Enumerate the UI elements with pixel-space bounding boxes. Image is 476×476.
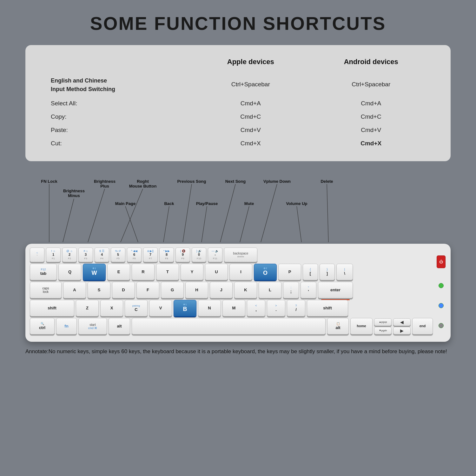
arrow-cluster: ▲pgup ▼pgdn <box>374 318 392 334</box>
key-2[interactable]: @ ☼ 2 F2 <box>62 248 77 262</box>
svg-text:Vplume Down: Vplume Down <box>263 179 291 184</box>
key-v[interactable]: V <box>149 300 172 316</box>
key-y[interactable]: Y <box>181 264 203 280</box>
key-9[interactable]: ( 🔇 9 F9 <box>175 248 190 262</box>
svg-text:Volume Up: Volume Up <box>286 201 307 206</box>
svg-line-24 <box>261 184 277 242</box>
key-bracket-close[interactable]: } ] <box>320 264 335 280</box>
shortcuts-card: Apple devices Android devices English an… <box>25 45 451 161</box>
key-quote[interactable]: " ' <box>301 282 316 298</box>
key-5[interactable]: % ↺ 5 F5 <box>111 248 125 262</box>
key-8[interactable]: * ▶▶ 8 F8 <box>159 248 174 262</box>
footer-note: Annotate:No numeric keys, simple keys 60… <box>25 347 451 356</box>
key-alt-right[interactable]: 📋 alt <box>327 318 349 334</box>
col-android-header: Android devices <box>307 55 435 72</box>
svg-text:Plus: Plus <box>100 184 109 188</box>
svg-text:Delete: Delete <box>321 179 333 184</box>
svg-line-7 <box>88 189 105 242</box>
key-o[interactable]: ⊕2 O <box>254 264 277 280</box>
col-apple-header: Apple devices <box>194 55 307 72</box>
key-k[interactable]: K <box>234 282 257 298</box>
svg-line-28 <box>327 184 328 242</box>
key-7[interactable]: & ▶|| 7 F7 <box>143 248 158 262</box>
key-s[interactable]: S <box>88 282 110 298</box>
key-w[interactable]: ⊕1 W <box>83 264 106 280</box>
key-ctrl[interactable]: 🔍 ctrl <box>30 318 55 334</box>
table-row: English and ChineseInput Method Switchin… <box>41 72 435 97</box>
svg-line-12 <box>125 206 138 242</box>
svg-line-4 <box>63 199 74 242</box>
led-1 <box>439 283 444 288</box>
key-capslock[interactable]: caps lock <box>30 282 62 298</box>
key-left-arrow[interactable]: ◀ <box>393 318 411 326</box>
key-alt-left[interactable]: alt <box>109 318 130 334</box>
key-slash[interactable]: ? / <box>287 300 305 316</box>
key-c[interactable]: pairing C <box>125 300 148 316</box>
key-backslash[interactable]: | \ <box>336 264 353 280</box>
key-i[interactable]: I <box>229 264 252 280</box>
key-pgdn[interactable]: ▼pgdn <box>374 327 392 334</box>
svg-text:Next Song: Next Song <box>225 179 246 184</box>
key-shift-left[interactable]: shift <box>30 300 74 316</box>
key-3[interactable]: # ⌂ 3 F3 <box>78 248 93 262</box>
key-z[interactable]: Z <box>76 300 99 316</box>
key-tilde[interactable]: ~ ` <box>30 248 44 262</box>
key-m[interactable]: M <box>222 300 245 316</box>
key-f[interactable]: F <box>136 282 159 298</box>
key-g[interactable]: G <box>161 282 184 298</box>
power-button[interactable]: ⏻ <box>437 255 446 268</box>
right-panel: ⏻ <box>436 248 446 336</box>
key-1[interactable]: ! ☼ 1 F1 <box>46 248 61 262</box>
side-panel: ~ ` ! ☼ 1 F1 @ ☼ 2 F2 <box>30 248 446 336</box>
key-4[interactable]: $ ☰ 4 F4 <box>95 248 109 262</box>
key-6[interactable]: ^ ◀◀ 6 F6 <box>127 248 142 262</box>
keys-main: ~ ` ! ☼ 1 F1 @ ☼ 2 F2 <box>30 248 433 336</box>
svg-text:Previous Song: Previous Song <box>177 179 206 184</box>
key-comma[interactable]: < , <box>247 300 265 316</box>
page-title: SOME FUNCTION SHORTCUTS <box>90 13 386 34</box>
zxcv-row: shift Z X pairing C V ⊕1 B N <box>30 300 433 316</box>
key-fn[interactable]: fn <box>56 318 77 334</box>
key-d[interactable]: D <box>112 282 135 298</box>
key-pgup[interactable]: ▲pgup <box>374 318 392 326</box>
key-end[interactable]: end <box>412 318 433 334</box>
key-space[interactable] <box>132 318 326 334</box>
key-semicolon[interactable]: : ; <box>283 282 299 298</box>
key-backspace[interactable]: backspace delete <box>224 248 257 262</box>
key-x[interactable]: X <box>100 300 123 316</box>
key-tab[interactable]: F12 tab <box>30 264 57 280</box>
key-h[interactable]: H <box>185 282 208 298</box>
svg-text:Brightness: Brightness <box>63 188 85 193</box>
key-right-arrow[interactable]: ▶ <box>393 327 411 334</box>
key-q[interactable]: Q <box>58 264 81 280</box>
table-row: Select All: Cmd+A Cmd+A <box>41 97 435 110</box>
key-shift-right[interactable]: shift <box>307 300 348 316</box>
shortcuts-table: Apple devices Android devices English an… <box>41 55 435 150</box>
key-0[interactable]: ) 🔊 0 F10 <box>192 248 206 262</box>
keyboard-diagram: FN Lock Brightness Minus Brightness Plus… <box>25 177 451 356</box>
svg-text:Play/Pause: Play/Pause <box>196 201 218 206</box>
key-home[interactable]: home <box>350 318 373 334</box>
key-j[interactable]: J <box>210 282 233 298</box>
key-u[interactable]: U <box>205 264 228 280</box>
key-minus[interactable]: — 🔉 - F11 <box>208 248 222 262</box>
key-t[interactable]: T <box>156 264 179 280</box>
annotations-area: FN Lock Brightness Minus Brightness Plus… <box>25 177 451 244</box>
bottom-row: 🔍 ctrl fn start cmd ⌘ alt <box>30 318 433 334</box>
key-period[interactable]: > . <box>267 300 285 316</box>
led-3 <box>439 323 444 328</box>
svg-line-10 <box>121 189 143 242</box>
key-n[interactable]: N <box>198 300 221 316</box>
svg-text:Main Page: Main Page <box>115 201 136 206</box>
key-l[interactable]: L <box>259 282 281 298</box>
svg-text:FN Lock: FN Lock <box>41 179 57 184</box>
key-r[interactable]: R <box>132 264 155 280</box>
key-b[interactable]: ⊕1 B <box>174 300 196 316</box>
key-cmd[interactable]: start cmd ⌘ <box>78 318 107 334</box>
key-a[interactable]: A <box>63 282 86 298</box>
key-enter[interactable]: enter <box>318 282 353 298</box>
key-e[interactable]: E <box>107 264 130 280</box>
key-bracket-open[interactable]: { [ <box>303 264 318 280</box>
key-p[interactable]: P <box>278 264 301 280</box>
svg-line-20 <box>220 184 235 242</box>
